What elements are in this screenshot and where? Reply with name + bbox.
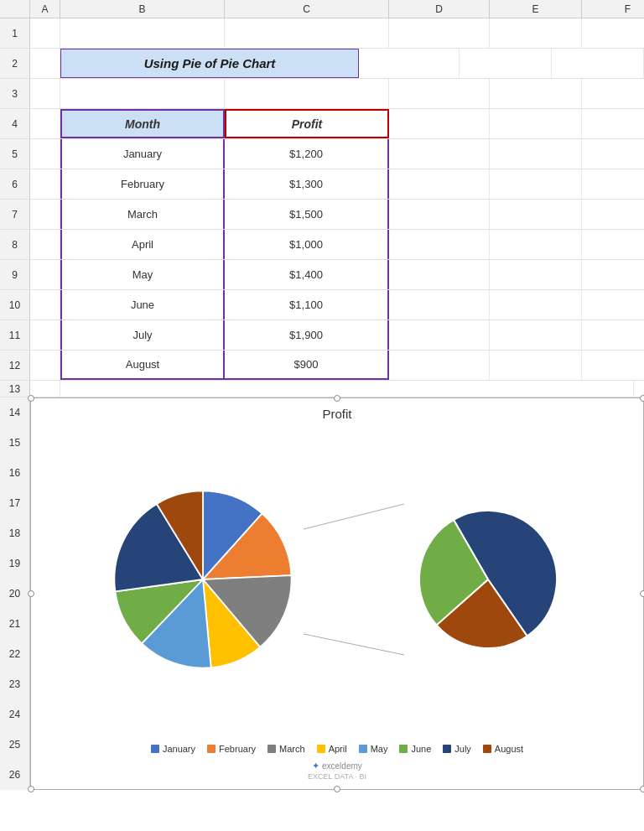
row-num-17: 17	[0, 488, 30, 518]
svg-line-1	[304, 634, 404, 655]
cell-month-11[interactable]: July	[60, 320, 225, 350]
cell-profit-9[interactable]: $1,400	[225, 260, 389, 289]
cell-month-7[interactable]: March	[60, 200, 225, 229]
cell-d9[interactable]	[389, 260, 490, 289]
col-header-e: E	[490, 0, 582, 18]
cell-f5[interactable]	[582, 139, 644, 169]
cell-profit-5[interactable]: $1,200	[225, 139, 389, 169]
row-2: 2 Using Pie of Pie Chart	[0, 49, 644, 79]
cell-a3[interactable]	[30, 79, 60, 108]
legend-label: February	[219, 744, 256, 754]
row-num-26: 26	[0, 760, 30, 790]
cell-b3[interactable]	[60, 79, 225, 108]
row-8: 8 April $1,000	[0, 230, 644, 260]
cell-profit-8[interactable]: $1,000	[225, 230, 389, 259]
cell-a10[interactable]	[30, 290, 60, 319]
chart-area[interactable]: Profit January February March April	[30, 397, 644, 790]
cell-d5[interactable]	[389, 139, 490, 169]
cell-a6[interactable]	[30, 169, 60, 199]
legend-label: July	[454, 744, 471, 754]
legend-item: April	[317, 744, 347, 754]
chart-top-row	[60, 381, 634, 397]
cell-e12[interactable]	[490, 351, 582, 380]
cell-e8[interactable]	[490, 230, 582, 259]
row-13: 13	[0, 381, 644, 397]
cell-e10[interactable]	[490, 290, 582, 319]
cell-d8[interactable]	[389, 230, 490, 259]
cell-d3[interactable]	[389, 79, 490, 108]
cell-profit-7[interactable]: $1,500	[225, 200, 389, 229]
cell-a13[interactable]	[30, 381, 60, 397]
legend-item: March	[267, 744, 305, 754]
handle-tr	[640, 395, 644, 402]
row-num-21: 21	[0, 609, 30, 639]
row-7: 7 March $1,500	[0, 200, 644, 230]
cell-f10[interactable]	[582, 290, 644, 319]
handle-tl	[28, 395, 34, 402]
handle-tc	[334, 395, 340, 402]
cell-c1[interactable]	[225, 18, 389, 48]
row-num-16: 16	[0, 458, 30, 488]
cell-e4[interactable]	[490, 109, 582, 138]
cell-f7[interactable]	[582, 200, 644, 229]
cell-a7[interactable]	[30, 200, 60, 229]
cell-b1[interactable]	[60, 18, 225, 48]
spreadsheet: A B C D E F 1 2 Using Pie of Pie Chart 3	[0, 0, 644, 790]
cell-f11[interactable]	[582, 320, 644, 350]
cell-a1[interactable]	[30, 18, 60, 48]
cell-f3[interactable]	[582, 79, 644, 108]
cell-f2[interactable]	[552, 49, 644, 78]
cell-e6[interactable]	[490, 169, 582, 199]
cell-a5[interactable]	[30, 139, 60, 169]
cell-e5[interactable]	[490, 139, 582, 169]
cell-d7[interactable]	[389, 200, 490, 229]
cell-month-9[interactable]: May	[60, 260, 225, 289]
cell-month-5[interactable]: January	[60, 139, 225, 169]
cell-profit-11[interactable]: $1,900	[225, 320, 389, 350]
cell-f9[interactable]	[582, 260, 644, 289]
cell-e2[interactable]	[460, 49, 552, 78]
cell-a9[interactable]	[30, 260, 60, 289]
cell-d10[interactable]	[389, 290, 490, 319]
cell-a2[interactable]	[30, 49, 60, 78]
row-num-7: 7	[0, 200, 30, 229]
cell-profit-12[interactable]: $900	[225, 351, 389, 380]
cell-d1[interactable]	[389, 18, 490, 48]
row-num-25: 25	[0, 730, 30, 760]
cell-a8[interactable]	[30, 230, 60, 259]
cell-e1[interactable]	[490, 18, 582, 48]
header-profit[interactable]: Profit	[225, 109, 389, 138]
cell-f8[interactable]	[582, 230, 644, 259]
cell-month-8[interactable]: April	[60, 230, 225, 259]
cell-a12[interactable]	[30, 351, 60, 380]
cell-month-12[interactable]: August	[60, 351, 225, 380]
cell-f1[interactable]	[582, 18, 644, 48]
handle-br	[640, 786, 644, 792]
cell-month-6[interactable]: February	[60, 169, 225, 199]
cell-d4[interactable]	[389, 109, 490, 138]
cell-d6[interactable]	[389, 169, 490, 199]
cell-a11[interactable]	[30, 320, 60, 350]
cell-f6[interactable]	[582, 169, 644, 199]
chart-legend: January February March April May June Ju…	[143, 737, 532, 761]
cell-profit-6[interactable]: $1,300	[225, 169, 389, 199]
header-month[interactable]: Month	[60, 109, 225, 138]
legend-item: May	[359, 744, 388, 754]
cell-d2[interactable]	[359, 49, 460, 78]
cell-e9[interactable]	[490, 260, 582, 289]
title-cell[interactable]: Using Pie of Pie Chart	[60, 49, 359, 78]
cell-a4[interactable]	[30, 109, 60, 138]
row-num-4: 4	[0, 109, 30, 138]
cell-profit-10[interactable]: $1,100	[225, 290, 389, 319]
cell-month-10[interactable]: June	[60, 290, 225, 319]
cell-f12[interactable]	[582, 351, 644, 380]
cell-d12[interactable]	[389, 351, 490, 380]
svg-line-0	[304, 504, 404, 529]
cell-e11[interactable]	[490, 320, 582, 350]
cell-f4[interactable]	[582, 109, 644, 138]
cell-c3[interactable]	[225, 79, 389, 108]
row-num-6: 6	[0, 169, 30, 199]
cell-d11[interactable]	[389, 320, 490, 350]
cell-e7[interactable]	[490, 200, 582, 229]
cell-e3[interactable]	[490, 79, 582, 108]
